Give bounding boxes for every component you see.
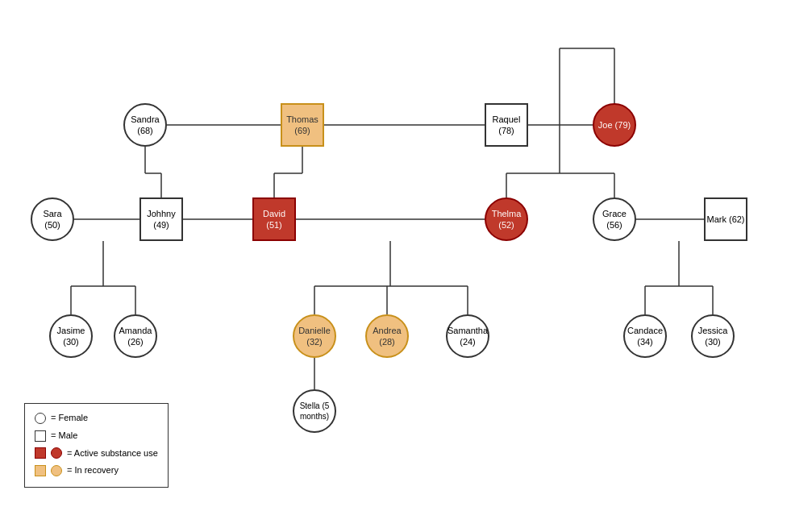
genogram-canvas: Sandra (68) Thomas (69) Raquel (78) Joe … xyxy=(0,0,791,532)
legend-active-label: = Active substance use xyxy=(67,446,158,462)
legend: = Female = Male = Active substance use =… xyxy=(24,403,169,488)
candace-sub: (34) xyxy=(637,336,653,347)
legend-active-square-icon xyxy=(35,447,46,459)
sandra-label: Sandra xyxy=(131,114,159,125)
thelma-shape: Thelma (52) xyxy=(485,197,528,241)
node-johhny: Johhny (49) xyxy=(139,197,183,241)
legend-female-label: = Female xyxy=(51,410,88,426)
david-shape: David (51) xyxy=(252,197,296,241)
node-samantha: Samantha (24) xyxy=(446,314,489,358)
danielle-sub: (32) xyxy=(306,336,323,347)
grace-shape: Grace (56) xyxy=(593,197,636,241)
node-raquel: Raquel (78) xyxy=(485,103,528,147)
amanda-label: Amanda xyxy=(119,325,152,336)
node-sandra: Sandra (68) xyxy=(123,103,167,147)
samantha-shape: Samantha (24) xyxy=(446,314,489,358)
thomas-label: Thomas xyxy=(286,114,318,125)
thelma-sub: (52) xyxy=(498,219,514,231)
node-thelma: Thelma (52) xyxy=(485,197,528,241)
mark-label: Mark (62) xyxy=(706,214,744,225)
node-amanda: Amanda (26) xyxy=(114,314,157,358)
node-sara: Sara (50) xyxy=(31,197,74,241)
raquel-shape: Raquel (78) xyxy=(485,103,528,147)
raquel-label: Raquel xyxy=(493,114,521,125)
sandra-shape: Sandra (68) xyxy=(123,103,167,147)
thelma-label: Thelma xyxy=(492,208,522,219)
sara-label: Sara xyxy=(43,208,61,219)
node-thomas: Thomas (69) xyxy=(281,103,324,147)
johhny-shape: Johhny (49) xyxy=(139,197,183,241)
joe-label: Joe (79) xyxy=(598,119,631,131)
johhny-sub: (49) xyxy=(153,219,169,231)
node-andrea: Andrea (28) xyxy=(365,314,409,358)
legend-female-icon xyxy=(35,413,46,424)
jessica-label: Jessica xyxy=(698,325,728,336)
stella-shape: Stella (5 months) xyxy=(293,389,336,433)
legend-recovery-square-icon xyxy=(35,465,46,476)
legend-male-row: = Male xyxy=(35,428,158,444)
andrea-sub: (28) xyxy=(379,336,395,347)
jasime-sub: (30) xyxy=(63,336,79,347)
amanda-sub: (26) xyxy=(127,336,144,347)
david-label: David xyxy=(263,208,285,219)
david-sub: (51) xyxy=(266,219,282,231)
danielle-shape: Danielle (32) xyxy=(293,314,336,358)
legend-recovery-circle-icon xyxy=(51,465,62,476)
thomas-shape: Thomas (69) xyxy=(281,103,324,147)
legend-recovery-label: = In recovery xyxy=(67,463,119,479)
danielle-label: Danielle xyxy=(298,325,331,336)
node-candace: Candace (34) xyxy=(623,314,667,358)
node-jessica: Jessica (30) xyxy=(691,314,735,358)
node-grace: Grace (56) xyxy=(593,197,636,241)
candace-label: Candace xyxy=(627,325,663,336)
node-joe: Joe (79) xyxy=(593,103,636,147)
grace-label: Grace xyxy=(602,208,627,219)
mark-shape: Mark (62) xyxy=(704,197,747,241)
johhny-label: Johhny xyxy=(147,208,175,219)
legend-recovery-row: = In recovery xyxy=(35,463,158,479)
jessica-shape: Jessica (30) xyxy=(691,314,735,358)
node-stella: Stella (5 months) xyxy=(293,389,336,433)
thomas-sub: (69) xyxy=(294,125,310,136)
andrea-shape: Andrea (28) xyxy=(365,314,409,358)
candace-shape: Candace (34) xyxy=(623,314,667,358)
andrea-label: Andrea xyxy=(373,325,401,336)
legend-active-row: = Active substance use xyxy=(35,446,158,462)
sara-shape: Sara (50) xyxy=(31,197,74,241)
legend-active-circle-icon xyxy=(51,447,62,459)
sandra-sub: (68) xyxy=(137,125,153,136)
node-mark: Mark (62) xyxy=(704,197,747,241)
samantha-label: Samantha xyxy=(448,325,488,336)
amanda-shape: Amanda (26) xyxy=(114,314,157,358)
legend-male-icon xyxy=(35,430,46,442)
legend-female-row: = Female xyxy=(35,410,158,426)
jessica-sub: (30) xyxy=(705,336,721,347)
node-jasime: Jasime (30) xyxy=(49,314,93,358)
samantha-sub: (24) xyxy=(460,336,476,347)
joe-shape: Joe (79) xyxy=(593,103,636,147)
jasime-label: Jasime xyxy=(57,325,85,336)
legend-male-label: = Male xyxy=(51,428,77,444)
jasime-shape: Jasime (30) xyxy=(49,314,93,358)
node-danielle: Danielle (32) xyxy=(293,314,336,358)
sara-sub: (50) xyxy=(44,219,60,231)
grace-sub: (56) xyxy=(606,219,622,231)
stella-label: Stella (5 months) xyxy=(294,399,335,423)
raquel-sub: (78) xyxy=(498,125,514,136)
node-david: David (51) xyxy=(252,197,296,241)
